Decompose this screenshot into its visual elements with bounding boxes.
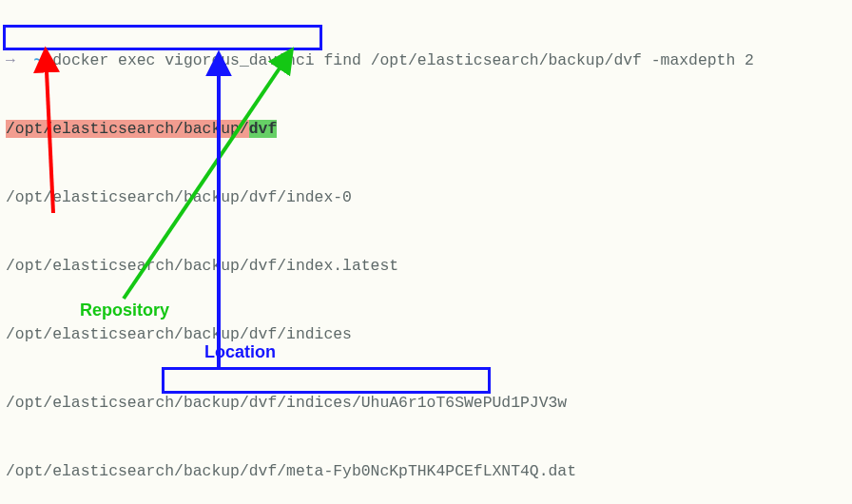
prompt-tilde: ~ [34, 51, 44, 69]
find-output-0: /opt/elasticsearch/backup/dvf [6, 118, 846, 141]
find-command-text: docker exec vigorous_davinci find /opt/e… [52, 51, 754, 69]
find-output-2: /opt/elasticsearch/backup/dvf/index.late… [6, 255, 846, 278]
prompt-arrow: → [6, 51, 15, 69]
find-output-5: /opt/elasticsearch/backup/dvf/meta-Fyb0N… [6, 460, 846, 483]
highlight-base-path: /opt/elasticsearch/backup/ [6, 120, 249, 138]
find-output-1: /opt/elasticsearch/backup/dvf/index-0 [6, 186, 846, 209]
terminal-output: → ~ docker exec vigorous_davinci find /o… [0, 0, 852, 504]
cmd-line-find: → ~ docker exec vigorous_davinci find /o… [6, 49, 846, 72]
find-output-3: /opt/elasticsearch/backup/dvf/indices [6, 323, 846, 346]
find-output-4: /opt/elasticsearch/backup/dvf/indices/Uh… [6, 392, 846, 415]
highlight-repo-name: dvf [249, 120, 278, 138]
